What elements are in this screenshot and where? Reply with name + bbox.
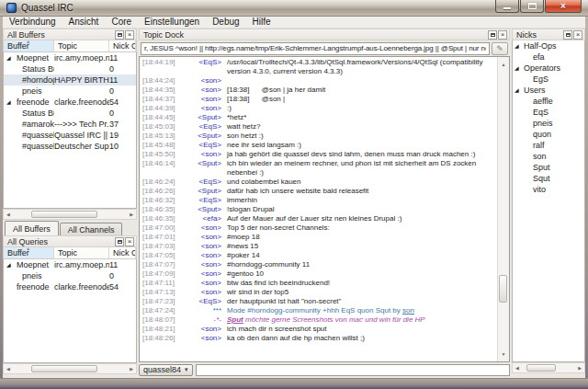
nick-item[interactable]: ralf [513, 140, 584, 151]
sender[interactable]: <son> [187, 325, 221, 334]
sender[interactable]: <Sput> [187, 205, 221, 214]
minimize-button[interactable] [495, 0, 519, 13]
sender[interactable]: <EqS> [187, 177, 221, 187]
tab-all-buffers[interactable]: All Buffers [5, 221, 59, 235]
sender[interactable]: <son> [187, 242, 221, 251]
sender[interactable]: <son> [187, 269, 221, 279]
query-row[interactable]: pneis0 [4, 270, 136, 281]
float-dock-button[interactable] [115, 30, 124, 40]
expander-icon[interactable]: ◢ [514, 40, 519, 51]
close-dock-button[interactable]: × [573, 30, 582, 40]
nick-item[interactable]: son [513, 151, 584, 162]
edit-topic-button[interactable]: ✎ [492, 42, 508, 55]
sender[interactable]: <son> [187, 288, 221, 297]
close-dock-button[interactable]: × [125, 237, 134, 246]
nick-group-operators[interactable]: ◢Operators [513, 63, 584, 74]
menu-ansicht[interactable]: Ansicht [62, 17, 106, 28]
nick-item[interactable]: Squt [513, 173, 584, 184]
sender[interactable]: <EqS> [187, 58, 221, 76]
nick-selector[interactable]: quassel84▾ [139, 364, 193, 376]
topic-input[interactable] [141, 42, 490, 55]
sender[interactable]: <EqS> [187, 297, 221, 306]
tab-all-channels[interactable]: All Channels [60, 223, 123, 235]
column-nick-count[interactable]: Nick Cou [109, 40, 136, 51]
chat-vertical-scrollbar[interactable]: ▲ ▼ [497, 57, 509, 361]
sender[interactable]: <son> [187, 251, 221, 260]
nick-item[interactable]: aeffle [513, 96, 584, 107]
nick-item[interactable]: pneis [513, 118, 584, 129]
sender[interactable]: <son> [187, 104, 221, 113]
sender[interactable]: <Sput> [187, 113, 221, 122]
buffer-row[interactable]: ◢Moepnetirc.amy.moep.net11 [4, 52, 136, 63]
buffer-row[interactable]: #quasselQuassel IRC || h...19 [4, 130, 136, 141]
nick-item[interactable]: Sput [513, 162, 584, 173]
float-dock-button[interactable] [563, 30, 572, 40]
sender[interactable]: <son> [187, 76, 221, 86]
expander-icon[interactable]: ◢ [6, 259, 11, 270]
scrollbar-thumb[interactable] [31, 365, 97, 372]
sender[interactable]: <son> [187, 233, 221, 242]
scrollbar-thumb[interactable] [31, 211, 97, 218]
sender[interactable]: <Sput> [187, 132, 221, 141]
scroll-left-icon[interactable]: ◀ [4, 364, 13, 373]
close-dock-button[interactable]: × [498, 30, 507, 40]
nick-item[interactable]: EgS [513, 74, 584, 85]
menu-debug[interactable]: Debug [206, 17, 245, 28]
nick-group-halfops[interactable]: ◢Half-Ops [513, 40, 584, 51]
scroll-left-icon[interactable]: ◀ [4, 210, 13, 219]
expander-icon[interactable]: ◢ [6, 97, 11, 108]
column-nick-count[interactable]: Nick Cou [109, 247, 136, 258]
close-button[interactable]: × [545, 0, 582, 13]
titlebar[interactable]: Quassel IRC × [0, 0, 588, 17]
sender[interactable]: <son> [187, 150, 221, 159]
nick-group-users[interactable]: ◢Users [513, 85, 584, 96]
nick-item[interactable]: efa [513, 51, 584, 63]
buffer-row[interactable]: Status Buffer0 [4, 63, 136, 74]
message-input[interactable] [196, 364, 510, 376]
sender[interactable]: <son> [187, 95, 221, 104]
column-buffer[interactable]: Buffer▲ [4, 247, 54, 258]
sender[interactable]: <son> [187, 260, 221, 269]
menu-verbindung[interactable]: Verbindung [3, 17, 62, 28]
scroll-right-icon[interactable]: ▶ [127, 364, 136, 373]
menu-hilfe[interactable]: Hilfe [246, 17, 277, 28]
queries-horizontal-scrollbar[interactable]: ◀ ▶ [3, 363, 137, 374]
buffer-row[interactable]: Status Buffer0 [4, 108, 136, 119]
sender[interactable]: <son> [187, 279, 221, 288]
column-buffer[interactable]: Buffer▲ [4, 40, 54, 51]
sender[interactable]: <EqS> [187, 122, 221, 132]
query-row[interactable]: freenodeclarke.freenode...54 [4, 281, 136, 292]
sender[interactable]: <son> [187, 223, 221, 233]
scroll-right-icon[interactable]: ▶ [575, 363, 584, 372]
buffer-row[interactable]: pneis0 [4, 86, 136, 97]
expander-icon[interactable]: ◢ [514, 85, 519, 96]
float-dock-button[interactable] [488, 30, 497, 40]
buffer-row[interactable]: #amarok.de--->>> Tech Pr...37 [4, 119, 136, 130]
sender[interactable]: <son> [187, 334, 221, 343]
buffer-row-selected[interactable]: #horndogg...HAPPY BIRTHD...11 [4, 74, 136, 86]
maximize-button[interactable] [520, 0, 544, 13]
buffers-horizontal-scrollbar[interactable]: ◀ ▶ [3, 209, 137, 220]
scroll-left-icon[interactable]: ◀ [513, 363, 522, 372]
float-dock-button[interactable] [115, 237, 124, 246]
sender[interactable]: <efa> [187, 214, 221, 223]
scroll-down-icon[interactable]: ▼ [502, 347, 506, 361]
buffer-row[interactable]: #quassel.deDeutscher Supp...10 [4, 141, 136, 152]
nick-item[interactable]: vito [513, 184, 584, 195]
sender[interactable]: <Sput> [187, 159, 221, 177]
sender[interactable]: <Sput> [187, 187, 221, 196]
column-topic[interactable]: Topic [54, 247, 109, 258]
nick-item[interactable]: quon [513, 129, 584, 140]
scrollbar-thumb[interactable] [526, 364, 556, 372]
query-row[interactable]: ◢Moepnetirc.amy.moep.net11 [4, 259, 136, 270]
scroll-right-icon[interactable]: ▶ [127, 210, 136, 219]
sender[interactable]: <EqS> [187, 196, 221, 205]
nick-link[interactable]: Sput [227, 315, 243, 324]
menu-core[interactable]: Core [105, 17, 138, 28]
close-dock-button[interactable]: × [125, 30, 134, 40]
sender[interactable]: <EqS> [187, 141, 221, 150]
nicks-horizontal-scrollbar[interactable]: ◀ ▶ [512, 362, 585, 373]
scrollbar-thumb[interactable] [499, 275, 507, 303]
expander-icon[interactable]: ◢ [6, 52, 11, 63]
expander-icon[interactable]: ◢ [514, 63, 519, 74]
